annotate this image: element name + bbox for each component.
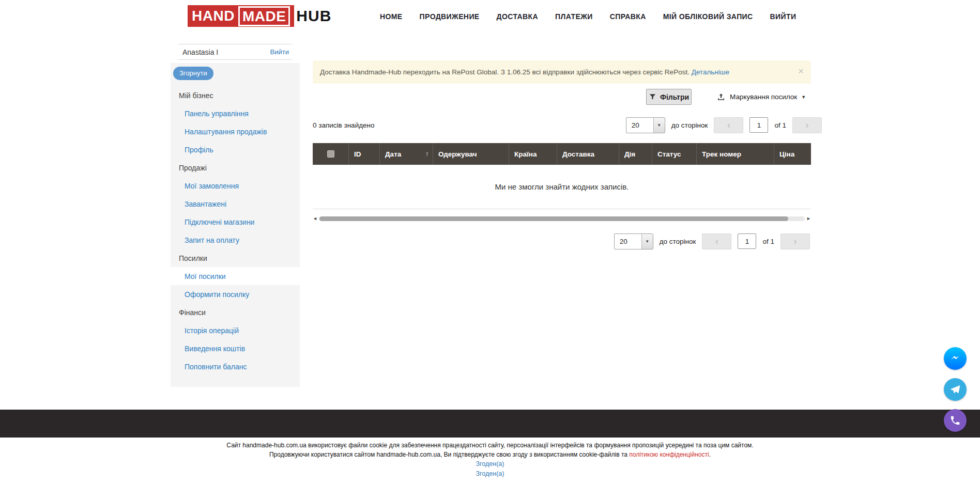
messenger-button[interactable] xyxy=(944,347,967,370)
agree-link-2[interactable]: Згоден(а) xyxy=(0,469,980,479)
viber-button[interactable] xyxy=(944,409,967,432)
page-of-label: of 1 xyxy=(774,121,786,129)
banner-message: Доставка Handmade-Hub переходить на RePo… xyxy=(320,68,692,76)
cookie-notice-line2: Продовжуючи користуватися сайтом handmad… xyxy=(0,450,980,459)
telegram-icon xyxy=(949,383,961,396)
sidebar-section-finance: Фінанси xyxy=(171,303,300,321)
sidebar-item-operations-history[interactable]: Історія операцій xyxy=(171,321,300,339)
funnel-icon xyxy=(649,93,656,101)
agree-link-1[interactable]: Згоден(а) xyxy=(0,459,980,469)
nav-item-payments[interactable]: ПЛАТЕЖИ xyxy=(555,12,593,21)
sidebar-section-my-business: Мій бізнес xyxy=(171,86,300,104)
scrollbar-thumb[interactable] xyxy=(319,216,788,221)
filters-button[interactable]: Фільтри xyxy=(646,89,692,105)
chevron-right-icon: › xyxy=(794,237,797,246)
cookie-notice-line1: Сайт handmade-hub.com.ua використовує фа… xyxy=(0,441,980,450)
sidebar: Згорнути Мій бізнес Панель управління На… xyxy=(171,63,300,387)
close-icon[interactable]: × xyxy=(798,66,804,76)
cookie-notice-text: Продовжуючи користуватися сайтом handmad… xyxy=(269,451,629,458)
messenger-icon xyxy=(949,352,961,365)
header-cell-status[interactable]: Статус xyxy=(652,143,697,165)
username: Anastasia I xyxy=(182,48,218,56)
nav-item-my-account[interactable]: МІЙ ОБЛІКОВИЙ ЗАПИС xyxy=(663,12,753,21)
horizontal-scrollbar: ◄ ► xyxy=(313,215,811,222)
sidebar-section-parcels: Посилки xyxy=(171,249,300,267)
chevron-down-icon: ▼ xyxy=(801,95,806,100)
sort-asc-icon: ↑ xyxy=(425,150,428,158)
header-cell-action[interactable]: Дія xyxy=(619,143,652,165)
chevron-left-icon: ‹ xyxy=(715,237,718,246)
nav-item-delivery[interactable]: ДОСТАВКА xyxy=(497,12,538,21)
parcel-marking-label: Маркування посилок xyxy=(730,93,797,101)
page-number-input[interactable] xyxy=(749,117,768,133)
banner-text: Доставка Handmade-Hub переходить на RePo… xyxy=(320,68,729,76)
header-cell-date[interactable]: Дата↑ xyxy=(380,143,433,165)
prev-page-button[interactable]: ‹ xyxy=(714,117,743,133)
sidebar-item-profile[interactable]: Профіль xyxy=(171,140,300,159)
header-cell-recipient[interactable]: Одержувач xyxy=(433,143,509,165)
scrollbar-track[interactable] xyxy=(319,216,805,221)
sidebar-item-connected-shops[interactable]: Підключені магазини xyxy=(171,213,300,231)
sidebar-item-sales-settings[interactable]: Налаштування продажів xyxy=(171,122,300,140)
nav-item-promotion[interactable]: ПРОДВИЖЕНИЕ xyxy=(420,12,480,21)
logo-text-hub: HUB xyxy=(296,7,331,25)
select-all-checkbox[interactable] xyxy=(327,150,334,158)
header-cell-country[interactable]: Країна xyxy=(509,143,557,165)
sidebar-item-my-orders[interactable]: Мої замовлення xyxy=(171,177,300,195)
pagination-top: 20 ▼ до сторінок ‹ of 1 › xyxy=(626,117,822,133)
sidebar-item-my-parcels[interactable]: Мої посилки xyxy=(171,267,300,285)
sidebar-item-payment-request[interactable]: Запит на оплату xyxy=(171,231,300,249)
parcels-table: ID Дата↑ Одержувач Країна Доставка Дія С… xyxy=(313,143,811,209)
header-cell-price[interactable]: Ціна xyxy=(774,143,811,165)
empty-table-message: Ми не змогли знайти жодних записів. xyxy=(313,165,811,209)
header-cell-track-number[interactable]: Трек номер xyxy=(697,143,774,165)
per-page-value: 20 xyxy=(615,234,641,249)
chevron-left-icon: ‹ xyxy=(727,120,730,130)
footer-dark-bar xyxy=(0,410,980,438)
scroll-left-icon[interactable]: ◄ xyxy=(313,215,317,222)
per-page-label: до сторінок xyxy=(660,238,696,245)
page-number-input[interactable] xyxy=(738,233,756,249)
per-page-select[interactable]: 20 ▼ xyxy=(614,233,653,249)
per-page-value: 20 xyxy=(626,118,653,133)
sidebar-item-create-parcel[interactable]: Оформити посилку xyxy=(171,285,300,303)
telegram-button[interactable] xyxy=(944,378,967,401)
cookie-notice-period: . xyxy=(709,451,711,458)
site-logo[interactable]: HAND MADE HUB xyxy=(188,5,331,27)
sidebar-logout-link[interactable]: Вийти xyxy=(270,48,289,56)
pagination-bottom: 20 ▼ до сторінок ‹ of 1 › xyxy=(614,233,810,249)
chevron-down-icon: ▼ xyxy=(657,123,661,128)
page-of-label: of 1 xyxy=(762,238,774,245)
notification-banner: Доставка Handmade-Hub переходить на RePo… xyxy=(313,60,811,84)
header-cell-id[interactable]: ID xyxy=(349,143,380,165)
results-count: 0 записів знайдено xyxy=(313,121,375,129)
sidebar-section-sales: Продажі xyxy=(171,159,300,177)
scroll-right-icon[interactable]: ► xyxy=(806,215,811,222)
sidebar-item-top-up-balance[interactable]: Поповнити баланс xyxy=(171,357,300,376)
footer: Сайт handmade-hub.com.ua використовує фа… xyxy=(0,441,980,479)
privacy-policy-link[interactable]: політикою конфіденційності xyxy=(629,451,709,458)
sidebar-item-uploaded[interactable]: Завантажені xyxy=(171,195,300,213)
per-page-dropdown-button[interactable]: ▼ xyxy=(653,118,665,133)
nav-item-logout[interactable]: ВИЙТИ xyxy=(770,12,797,21)
nav-item-help[interactable]: СПРАВКА xyxy=(610,12,646,21)
header-date-label: Дата xyxy=(385,150,401,158)
per-page-dropdown-button[interactable]: ▼ xyxy=(641,234,653,249)
logo-text-hand: HAND xyxy=(192,8,235,24)
sidebar-item-withdraw-funds[interactable]: Виведення коштів xyxy=(171,339,300,357)
per-page-select[interactable]: 20 ▼ xyxy=(626,117,665,133)
filters-button-label: Фільтри xyxy=(660,93,689,101)
collapse-button[interactable]: Згорнути xyxy=(173,67,213,80)
sidebar-menu: Мій бізнес Панель управління Налаштуванн… xyxy=(171,86,300,376)
next-page-button[interactable]: › xyxy=(780,233,810,249)
prev-page-button[interactable]: ‹ xyxy=(702,233,731,249)
sidebar-item-dashboard[interactable]: Панель управління xyxy=(171,104,300,122)
nav-item-home[interactable]: HOME xyxy=(380,12,403,21)
logo-text-made: MADE xyxy=(238,6,290,26)
parcel-marking-dropdown[interactable]: Маркування посилок ▼ xyxy=(716,89,806,105)
banner-details-link[interactable]: Детальніше xyxy=(692,68,729,76)
next-page-button[interactable]: › xyxy=(792,117,822,133)
table-header-row: ID Дата↑ Одержувач Країна Доставка Дія С… xyxy=(313,143,811,165)
chevron-right-icon: › xyxy=(806,120,809,130)
header-cell-delivery[interactable]: Доставка xyxy=(557,143,619,165)
